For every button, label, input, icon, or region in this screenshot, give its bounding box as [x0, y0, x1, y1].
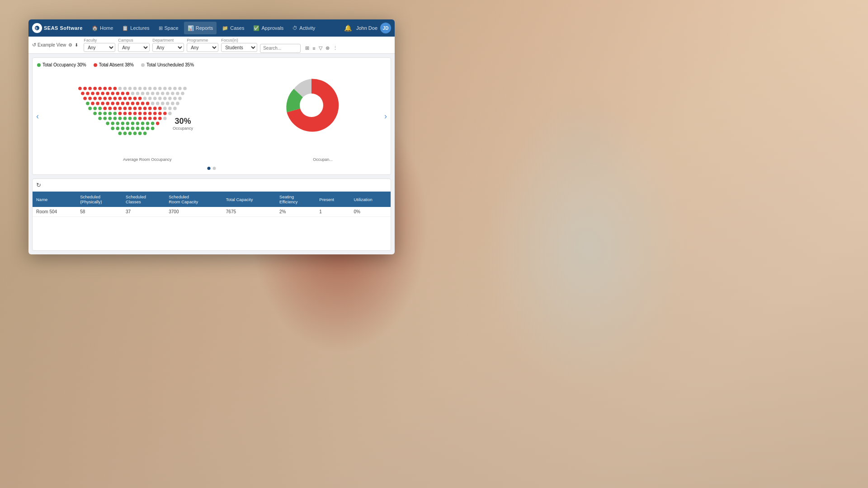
- legend-occupancy: Total Occupancy 30%: [37, 62, 86, 67]
- seat-dot-unscheduled: [160, 102, 164, 105]
- chart-prev-button[interactable]: ‹: [36, 112, 39, 121]
- table-row[interactable]: Room 504 58 37 3700 7675 2% 1 0%: [33, 207, 391, 217]
- app-window: S SEAS Software 🏠 Home 📋 Lectures ⊞ Spac…: [28, 19, 395, 254]
- cell-scheduled-room: 3700: [165, 207, 222, 217]
- occupancy-percent: 30%: [173, 117, 193, 126]
- seat-dot-occupied: [98, 117, 102, 120]
- filter-programme: Programme Any: [187, 38, 218, 52]
- seat-dot-absent: [116, 102, 119, 105]
- seat-dot-unscheduled: [131, 92, 134, 95]
- seat-dot-unscheduled: [171, 92, 175, 95]
- seat-dot-occupied: [113, 112, 117, 115]
- notification-bell[interactable]: 🔔: [341, 23, 354, 33]
- seat-dot-absent: [83, 87, 87, 90]
- list-icon[interactable]: ≡: [311, 45, 316, 52]
- seat-dot-absent: [153, 117, 157, 120]
- seat-dot-occupied: [108, 112, 112, 115]
- nav-lectures[interactable]: 📋 Lectures: [118, 22, 153, 34]
- seat-dot-unscheduled: [158, 87, 162, 90]
- home-icon: 🏠: [92, 25, 98, 31]
- seat-dot-occupied: [86, 102, 90, 105]
- seat-dot-occupied: [151, 127, 154, 130]
- focus-label: Focus(in): [221, 38, 257, 42]
- user-menu[interactable]: John Doe JD: [356, 23, 391, 33]
- view-label[interactable]: ↺ Example View ⚙ ⬇: [32, 42, 78, 48]
- nav-home[interactable]: 🏠 Home: [88, 22, 117, 34]
- seat-dot-absent: [158, 112, 162, 115]
- seat-dot-occupied: [103, 117, 107, 120]
- seat-dot-occupied: [93, 107, 97, 110]
- focus-select[interactable]: Students: [221, 43, 257, 52]
- cell-scheduled-classes: 37: [122, 207, 165, 217]
- settings-icon: ⚙: [68, 42, 72, 47]
- nav-home-label: Home: [100, 25, 113, 31]
- seat-dot-absent: [143, 107, 147, 110]
- more-icon[interactable]: ⋮: [332, 44, 339, 52]
- seat-dot-absent: [113, 107, 117, 110]
- seat-dot-occupied: [103, 112, 107, 115]
- nav-reports-label: Reports: [196, 25, 213, 31]
- seat-dot-unscheduled: [173, 97, 177, 100]
- view-label-text: Example View: [38, 42, 66, 47]
- seat-dot-absent: [126, 102, 129, 105]
- seat-dot-absent: [103, 97, 107, 100]
- seat-dot-unscheduled: [176, 92, 179, 95]
- search-input[interactable]: [260, 44, 301, 53]
- col-scheduled-classes: ScheduledClasses: [122, 192, 165, 207]
- seat-dot-unscheduled: [163, 107, 167, 110]
- seat-dot-unscheduled: [183, 87, 187, 90]
- legend-absent: Total Absent 38%: [94, 62, 134, 67]
- seat-dot-occupied: [136, 122, 139, 125]
- seat-dot-absent: [81, 92, 85, 95]
- seat-dot-unscheduled: [181, 92, 184, 95]
- seat-dot-absent: [128, 112, 132, 115]
- seat-dot-occupied: [128, 117, 132, 120]
- page-dot-1[interactable]: [208, 167, 211, 170]
- seat-dot-absent: [131, 102, 134, 105]
- seat-dot-unscheduled: [133, 87, 137, 90]
- seat-dot-unscheduled: [143, 97, 147, 100]
- seat-dot-occupied: [126, 122, 129, 125]
- department-select[interactable]: Any: [152, 43, 184, 52]
- nav-approvals[interactable]: ✅ Approvals: [250, 22, 287, 34]
- faculty-select[interactable]: Any: [84, 43, 115, 52]
- seat-dot-occupied: [108, 117, 112, 120]
- seat-dot-absent: [98, 87, 102, 90]
- legend-unscheduled: Total Unscheduled 35%: [141, 62, 194, 67]
- refresh-icon[interactable]: ↻: [36, 182, 41, 188]
- nav-logo[interactable]: S SEAS Software: [32, 23, 83, 33]
- seat-dot-absent: [88, 97, 92, 100]
- campus-select[interactable]: Any: [118, 43, 150, 52]
- seat-dot-unscheduled: [136, 92, 139, 95]
- seat-dot-absent: [96, 102, 99, 105]
- clear-icon[interactable]: ⊗: [325, 44, 330, 52]
- grid-icon[interactable]: ⊞: [304, 44, 310, 52]
- approvals-icon: ✅: [253, 25, 259, 31]
- chart-next-button[interactable]: ›: [384, 112, 387, 121]
- seat-row: [78, 97, 187, 100]
- occupancy-display: 30% Occupancy: [173, 117, 193, 131]
- seat-dot-absent: [148, 117, 152, 120]
- filter-focus: Focus(in) Students: [221, 38, 257, 52]
- programme-select[interactable]: Any: [187, 43, 218, 52]
- nav-activity[interactable]: ⏱ Activity: [289, 22, 319, 34]
- seat-dot-occupied: [88, 107, 92, 110]
- page-dot-2[interactable]: [213, 167, 216, 170]
- seat-dot-absent: [101, 102, 104, 105]
- seat-dot-unscheduled: [166, 92, 170, 95]
- seat-dot-occupied: [98, 112, 102, 115]
- seat-dot-absent: [106, 92, 109, 95]
- filter-icon[interactable]: ▽: [318, 44, 323, 52]
- cell-total-capacity: 7675: [222, 207, 276, 217]
- seat-dot-unscheduled: [158, 97, 162, 100]
- seat-dot-absent: [128, 97, 132, 100]
- seat-dot-absent: [123, 112, 127, 115]
- nav-reports[interactable]: 📊 Reports: [184, 22, 217, 34]
- space-icon: ⊞: [159, 25, 163, 31]
- nav-space[interactable]: ⊞ Space: [155, 22, 182, 34]
- seat-dot-occupied: [146, 122, 149, 125]
- seat-dot-absent: [153, 112, 157, 115]
- nav-cases[interactable]: 📁 Cases: [218, 22, 248, 34]
- seat-dot-unscheduled: [143, 87, 147, 90]
- seat-dot-unscheduled: [171, 102, 175, 105]
